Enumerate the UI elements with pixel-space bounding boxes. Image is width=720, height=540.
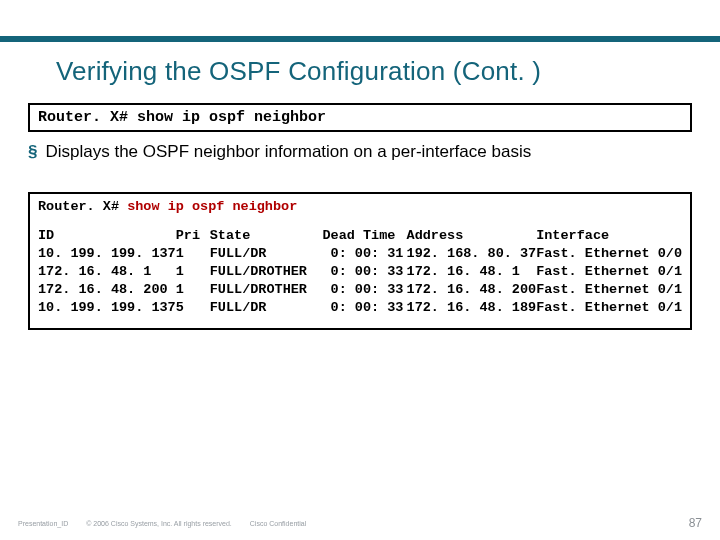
bullet-text: Displays the OSPF neighbor information o… — [45, 142, 531, 162]
col-address: Address 192. 168. 80. 37 172. 16. 48. 1 … — [407, 227, 537, 318]
top-border — [0, 0, 720, 42]
col-state: State FULL/DR FULL/DROTHER FULL/DROTHER … — [210, 227, 323, 318]
output-columns: ID 10. 199. 199. 137 172. 16. 48. 1 172.… — [38, 227, 682, 318]
command-text-top: Router. X# show ip ospf neighbor — [38, 109, 326, 126]
col-id: ID 10. 199. 199. 137 172. 16. 48. 1 172.… — [38, 227, 176, 318]
command-output-box: Router. X# show ip ospf neighbor ID 10. … — [28, 192, 692, 329]
bullet-line: § Displays the OSPF neighbor information… — [0, 132, 720, 162]
cli-command: show ip ospf neighbor — [127, 199, 297, 214]
col-interface: Interface Fast. Ethernet 0/0 Fast. Ether… — [536, 227, 682, 318]
cli-prompt: Router. X# — [38, 199, 119, 214]
slide: Verifying the OSPF Configuration (Cont. … — [0, 0, 720, 540]
command-line: Router. X# show ip ospf neighbor — [38, 198, 682, 216]
page-title: Verifying the OSPF Configuration (Cont. … — [0, 42, 720, 97]
bullet-marker: § — [28, 142, 37, 162]
command-box-top: Router. X# show ip ospf neighbor — [28, 103, 692, 132]
page-number: 87 — [689, 516, 702, 530]
footer: Presentation_ID © 2006 Cisco Systems, In… — [0, 516, 720, 530]
col-pri: Pri 1 1 1 5 — [176, 227, 210, 318]
footer-confidential: Cisco Confidential — [250, 520, 306, 527]
footer-copyright: © 2006 Cisco Systems, Inc. All rights re… — [86, 520, 232, 527]
col-deadtime: Dead Time 0: 00: 31 0: 00: 33 0: 00: 33 … — [322, 227, 406, 318]
footer-presentation-id: Presentation_ID — [18, 520, 68, 527]
